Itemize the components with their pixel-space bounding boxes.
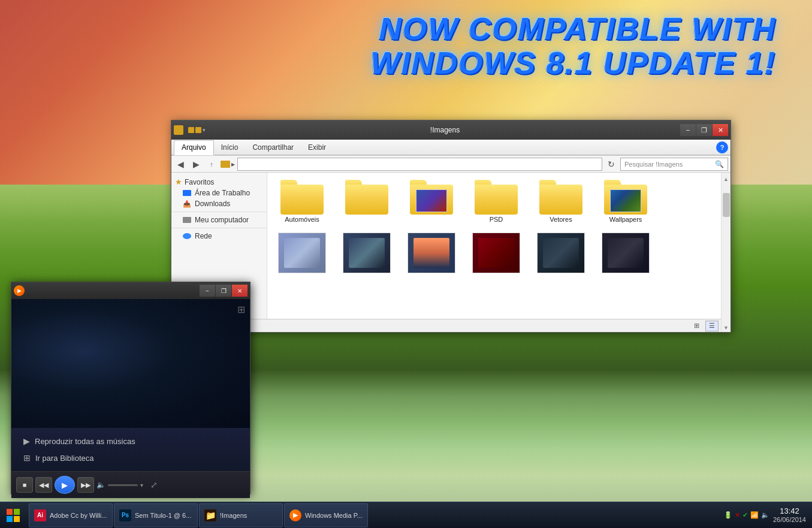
sidebar-separator-1	[171, 212, 267, 212]
folder-unnamed1[interactable]	[337, 177, 397, 225]
forward-button[interactable]: ▶	[189, 158, 203, 171]
start-button[interactable]	[0, 502, 26, 529]
address-input[interactable]	[237, 158, 602, 171]
volume-slider[interactable]	[108, 484, 138, 486]
play-icon-small: ▶	[17, 288, 22, 294]
clock-time: 13:42	[773, 506, 806, 516]
tab-compartilhar[interactable]: Compartilhar	[245, 140, 301, 155]
title-bar: ▾ !Imagens − ❐ ✕	[171, 120, 731, 140]
sidebar-item-computer[interactable]: Meu computador	[171, 215, 267, 225]
mp-menu-item-play-all[interactable]: ▶ Reproduzir todas as músicas	[23, 433, 238, 449]
folder-psd[interactable]: PSD	[466, 177, 526, 225]
minimize-button[interactable]: −	[680, 124, 696, 136]
media-player-window: ▶ − ❐ ✕ ⊞ ▶ Reproduzir todas as músicas …	[11, 282, 250, 494]
view-grid-button[interactable]: ⊞	[690, 321, 703, 331]
img-thumb-ninja	[602, 233, 650, 273]
window-title: !Imagens	[210, 126, 680, 134]
scrollbar-thumb[interactable]	[723, 193, 730, 217]
folder-icon-wallpapers	[604, 180, 647, 215]
library-label: Ir para Biblioteca	[35, 454, 94, 463]
mp-restore-button[interactable]: ❐	[216, 285, 231, 297]
folders-grid: Automóveis	[272, 177, 716, 277]
logo-sq-1	[7, 509, 13, 515]
tray-icon-network[interactable]: 📶	[750, 511, 759, 519]
library-icon: ⊞	[23, 453, 31, 463]
fullscreen-button[interactable]: ⤢	[150, 480, 158, 490]
image-game[interactable]	[337, 230, 397, 277]
headline-banner: NOW COMPATIBLE WITH WINDOWS 8.1 UPDATE 1…	[370, 12, 776, 80]
tray-icon-uac[interactable]: ✔	[742, 511, 748, 519]
tab-arquivo[interactable]: Arquivo	[174, 140, 214, 155]
folder-automoveis[interactable]: Automóveis	[272, 177, 332, 225]
logo-sq-4	[14, 516, 20, 522]
close-button[interactable]: ✕	[713, 124, 728, 136]
stop-button[interactable]: ■	[16, 477, 33, 493]
prev-button[interactable]: ◀◀	[35, 477, 52, 493]
play-button[interactable]: ▶	[55, 476, 75, 494]
scroll-down[interactable]: ▼	[723, 324, 730, 332]
sidebar-item-desktop[interactable]: Área de Trabalho	[171, 188, 267, 198]
volume-dropdown[interactable]: ▾	[140, 482, 143, 488]
img-thumb-sunset	[407, 233, 455, 273]
search-box[interactable]: Pesquisar !Imagens 🔍	[620, 158, 728, 171]
tray-icon-antivirus[interactable]: ✕	[735, 511, 740, 519]
image-group[interactable]	[531, 230, 591, 277]
folder-icon-psd	[475, 180, 518, 215]
back-button[interactable]: ◀	[174, 158, 187, 171]
scroll-up[interactable]: ▲	[723, 175, 730, 183]
tray-icon-battery[interactable]: 🔋	[724, 511, 732, 519]
folder-image1[interactable]	[402, 177, 461, 225]
help-button[interactable]: ?	[716, 141, 728, 153]
play-all-icon: ▶	[23, 436, 30, 446]
tray-icon-volume[interactable]: 🔈	[761, 511, 769, 519]
mp-minimize-button[interactable]: −	[200, 285, 215, 297]
tab-inicio[interactable]: Início	[214, 140, 246, 155]
mp-expand-icon[interactable]: ⊞	[237, 304, 245, 315]
refresh-button[interactable]: ↻	[605, 158, 618, 171]
folder-icon-vetores	[539, 180, 582, 215]
favorites-label: Favoritos	[185, 178, 214, 186]
folder-vetores[interactable]: Vetores	[531, 177, 591, 225]
media-player-video: ⊞	[11, 299, 250, 428]
title-bar-controls: − ❐ ✕	[680, 124, 728, 136]
windows-logo	[7, 509, 20, 522]
headline-line2: WINDOWS 8.1 UPDATE 1!	[370, 46, 776, 80]
taskbar-item-adobe[interactable]: Ai Adobe Cc by Willi...	[29, 503, 113, 527]
sidebar-item-downloads[interactable]: 📥 Downloads	[171, 198, 267, 209]
logo-sq-2	[14, 509, 20, 515]
clock[interactable]: 13:42 26/06/2014	[773, 506, 806, 524]
image-dark[interactable]	[466, 230, 526, 277]
view-detail-button[interactable]: ☰	[705, 321, 719, 331]
tab-exibir[interactable]: Exibir	[301, 140, 333, 155]
address-text	[242, 160, 243, 168]
qa-dropdown[interactable]: ▾	[203, 127, 210, 133]
restore-button[interactable]: ❐	[696, 124, 712, 136]
next-button[interactable]: ▶▶	[77, 477, 94, 493]
imagens-folder-icon: 📁	[204, 509, 216, 521]
scrollbar[interactable]: ▲ ▼	[721, 173, 731, 332]
mp-close-button[interactable]: ✕	[232, 285, 247, 297]
ribbon: Arquivo Início Compartilhar Exibir ?	[171, 140, 731, 156]
system-tray: 🔋 ✕ ✔ 📶 🔈 13:42 26/06/2014	[718, 502, 812, 528]
media-player-title-bar: ▶ − ❐ ✕	[11, 282, 250, 299]
sidebar-label-computer: Meu computador	[195, 216, 249, 224]
folder-label-wallpapers: Wallpapers	[609, 216, 642, 223]
image-ninja[interactable]	[596, 230, 656, 277]
taskbar-item-mediaplayer[interactable]: ▶ Windows Media P...	[284, 503, 368, 527]
sidebar-label-downloads: Downloads	[195, 200, 230, 208]
mp-menu-item-library[interactable]: ⊞ Ir para Biblioteca	[23, 449, 238, 466]
address-bar: ◀ ▶ ↑ ▸ ↻ Pesquisar !Imagens 🔍	[171, 156, 731, 173]
folder-wallpapers[interactable]: Wallpapers	[596, 177, 656, 225]
image-anime[interactable]	[272, 230, 332, 277]
folder-label-automoveis: Automóveis	[285, 216, 319, 223]
taskbar-item-imagens[interactable]: 📁 !Imagens	[199, 503, 283, 527]
taskbar-label-photoshop: Sem Titulo-1 @ 6...	[135, 512, 191, 519]
favorites-section[interactable]: ★ Favoritos	[171, 176, 267, 188]
play-all-label: Reproduzir todas as músicas	[35, 437, 135, 446]
up-button[interactable]: ↑	[205, 158, 218, 171]
sidebar-item-network[interactable]: Rede	[171, 231, 267, 242]
taskbar-item-photoshop[interactable]: Ps Sem Titulo-1 @ 6...	[114, 503, 198, 527]
img-thumb-anime	[278, 233, 326, 273]
image-sunset[interactable]	[402, 230, 461, 277]
img-thumb-game	[343, 233, 391, 273]
